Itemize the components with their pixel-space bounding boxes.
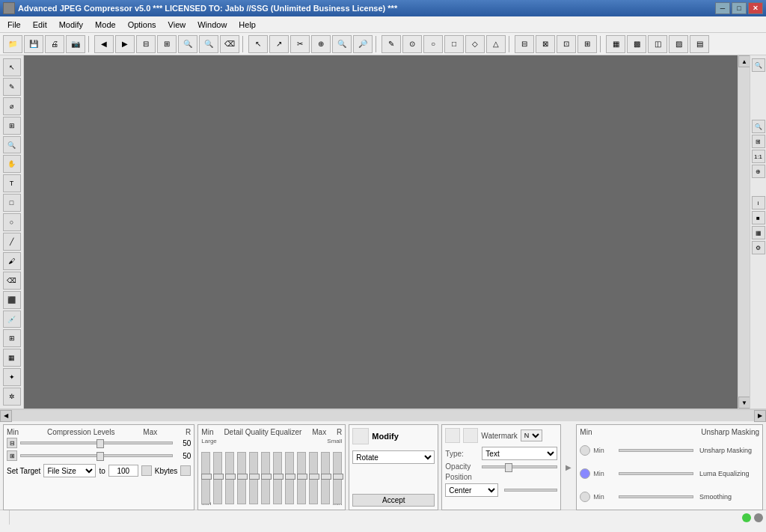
toolbar-back[interactable]: ◀ — [94, 35, 114, 53]
left-select-btn[interactable]: ↖ — [3, 58, 21, 76]
left-ellipse-btn[interactable]: ○ — [3, 213, 21, 231]
toolbar-t3[interactable]: ✂ — [290, 35, 310, 53]
watermark-opacity-slider[interactable] — [482, 465, 557, 468]
toolbar-w3[interactable]: ◫ — [648, 35, 667, 53]
toolbar-eraser[interactable]: ⌫ — [220, 35, 239, 53]
toolbar-btn3[interactable]: ⊟ — [136, 35, 156, 53]
toolbar-e3[interactable]: ○ — [423, 35, 443, 53]
left-fill-btn[interactable]: ⬛ — [3, 291, 21, 309]
compression-slider-2[interactable] — [20, 454, 173, 457]
menu-mode[interactable]: Mode — [89, 19, 122, 31]
left-wand-btn[interactable]: ✲ — [3, 388, 21, 406]
left-brush-btn[interactable]: 🖌 — [3, 252, 21, 270]
close-button[interactable]: ✕ — [748, 2, 763, 14]
right-info-btn[interactable]: i — [752, 196, 765, 210]
left-magic-btn[interactable]: ✦ — [3, 368, 21, 386]
target-kb-input[interactable] — [108, 465, 138, 477]
toolbar-print[interactable]: 🖨 — [45, 35, 64, 53]
toolbar-e5[interactable]: ◇ — [465, 35, 485, 53]
right-zoom-btn[interactable]: 🔍 — [752, 58, 765, 72]
accept-button[interactable]: Accept — [352, 494, 435, 507]
eq-slider-10[interactable] — [309, 452, 318, 504]
left-grid2-btn[interactable]: ▦ — [3, 349, 21, 367]
vertical-scrollbar[interactable]: ▲ ▼ — [738, 55, 750, 409]
menu-modify[interactable]: Modify — [53, 19, 89, 31]
right-settings-btn[interactable]: ⚙ — [752, 241, 765, 254]
left-pen-btn[interactable]: ✎ — [3, 78, 21, 96]
eq-slider-6[interactable] — [261, 452, 270, 504]
toolbar-forward[interactable]: ▶ — [115, 35, 135, 53]
eq-slider-12[interactable] — [333, 452, 342, 504]
menu-file[interactable]: File — [1, 19, 27, 31]
toolbar-v3[interactable]: ⊡ — [557, 35, 576, 53]
hscroll-left-btn[interactable]: ◀ — [0, 410, 12, 422]
unsharp-slider-1[interactable] — [619, 449, 693, 452]
menu-help[interactable]: Help — [233, 19, 262, 31]
left-rect-btn[interactable]: □ — [3, 194, 21, 212]
toolbar-e2[interactable]: ⊙ — [402, 35, 422, 53]
unsharp-slider-2[interactable] — [619, 472, 693, 475]
eq-slider-7[interactable] — [273, 452, 282, 504]
target-icon[interactable] — [141, 465, 152, 476]
toolbar-w5[interactable]: ▤ — [690, 35, 709, 53]
toolbar-w4[interactable]: ▨ — [669, 35, 688, 53]
left-zoom-btn[interactable]: 🔍 — [3, 136, 21, 154]
rotate-dropdown[interactable]: Rotate — [352, 450, 435, 464]
right-hist-btn[interactable]: ▦ — [752, 226, 765, 239]
left-text-btn[interactable]: T — [3, 174, 21, 192]
menu-view[interactable]: View — [162, 19, 192, 31]
toolbar-btn6[interactable]: 🔍 — [199, 35, 218, 53]
unsharp-slider-3[interactable] — [619, 495, 693, 498]
eq-slider-8[interactable] — [285, 452, 294, 504]
compression-slider-1[interactable] — [20, 441, 173, 444]
toolbar-w2[interactable]: ▩ — [627, 35, 646, 53]
watermark-pos-slider[interactable] — [504, 489, 557, 492]
watermark-position-dropdown[interactable]: Center — [445, 483, 498, 497]
toolbar-t6[interactable]: 🔎 — [353, 35, 373, 53]
toolbar-w1[interactable]: ▦ — [606, 35, 625, 53]
toolbar-e1[interactable]: ✎ — [382, 35, 401, 53]
maximize-button[interactable]: □ — [732, 2, 747, 14]
toolbar-t1[interactable]: ↖ — [248, 35, 268, 53]
unsharp-radio-2[interactable] — [580, 468, 590, 479]
toolbar-e4[interactable]: □ — [444, 35, 464, 53]
eq-slider-9[interactable] — [297, 452, 306, 504]
target-icon2[interactable] — [180, 465, 191, 476]
eq-slider-11[interactable] — [321, 452, 330, 504]
minimize-button[interactable]: ─ — [715, 2, 730, 14]
toolbar-save[interactable]: 💾 — [24, 35, 43, 53]
watermark-n-dropdown[interactable]: N — [521, 429, 542, 441]
right-color-btn[interactable]: ■ — [752, 211, 765, 224]
unsharp-radio-3[interactable] — [580, 492, 590, 502]
scroll-down-btn[interactable]: ▼ — [738, 397, 750, 409]
left-crop-btn[interactable]: ⊞ — [3, 117, 21, 135]
menu-edit[interactable]: Edit — [27, 19, 53, 31]
toolbar-t4[interactable]: ⊕ — [311, 35, 331, 53]
toolbar-t5[interactable]: 🔍 — [332, 35, 352, 53]
hscroll-right-btn[interactable]: ▶ — [754, 410, 766, 422]
eq-slider-2[interactable] — [213, 452, 222, 504]
left-eyedrop-btn[interactable]: 💉 — [3, 311, 21, 328]
eq-slider-3[interactable] — [225, 452, 234, 504]
menu-window[interactable]: Window — [192, 19, 233, 31]
right-globe-btn[interactable]: ⊕ — [752, 165, 765, 178]
set-target-dropdown[interactable]: File Size — [43, 464, 96, 477]
toolbar-v2[interactable]: ⊠ — [536, 35, 555, 53]
toolbar-v1[interactable]: ⊟ — [515, 35, 534, 53]
scroll-up-btn[interactable]: ▲ — [738, 55, 750, 67]
menu-options[interactable]: Options — [122, 19, 162, 31]
toolbar-e6[interactable]: △ — [486, 35, 506, 53]
scroll-track[interactable] — [738, 67, 750, 397]
toolbar-v4[interactable]: ⊞ — [577, 35, 597, 53]
horizontal-scrollbar[interactable]: ◀ ▶ — [0, 409, 766, 421]
watermark-type-dropdown[interactable]: Text — [482, 447, 557, 460]
right-fit-btn[interactable]: ⊞ — [752, 135, 765, 148]
eq-slider-1[interactable] — [201, 452, 210, 504]
left-grid-btn[interactable]: ⊞ — [3, 329, 21, 347]
toolbar-btn4[interactable]: ⊞ — [157, 35, 177, 53]
hscroll-track[interactable] — [12, 410, 754, 421]
left-hand-btn[interactable]: ✋ — [3, 155, 21, 173]
left-lasso-btn[interactable]: ⌀ — [3, 97, 21, 115]
eq-slider-5[interactable] — [249, 452, 258, 504]
left-line-btn[interactable]: ╱ — [3, 233, 21, 251]
